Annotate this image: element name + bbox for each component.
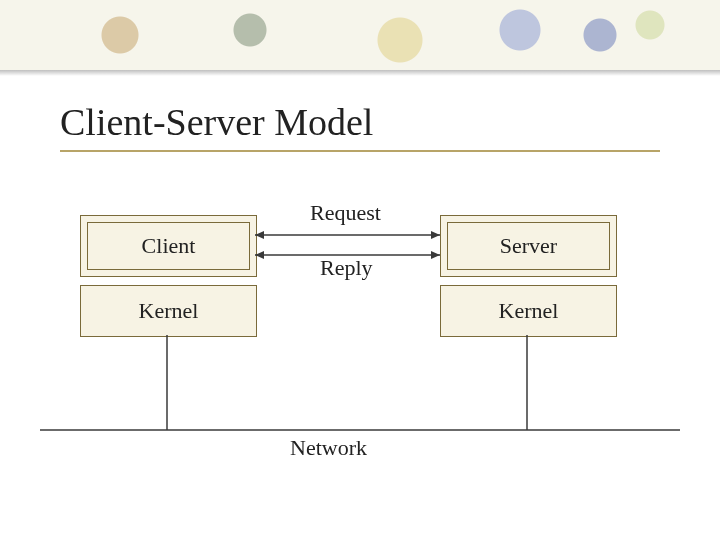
- client-box: Client: [80, 215, 257, 277]
- server-label: Server: [500, 233, 557, 259]
- client-label: Client: [142, 233, 196, 259]
- page-title: Client-Server Model: [60, 100, 373, 144]
- header-shadow: [0, 70, 720, 76]
- left-kernel-label: Kernel: [139, 298, 199, 324]
- reply-label: Reply: [320, 255, 373, 281]
- server-box: Server: [440, 215, 617, 277]
- decorative-header: [0, 0, 720, 70]
- right-kernel-box: Kernel: [440, 285, 617, 337]
- network-label: Network: [290, 435, 367, 461]
- request-label: Request: [310, 200, 381, 226]
- right-kernel-label: Kernel: [499, 298, 559, 324]
- title-underline: [60, 150, 660, 152]
- left-kernel-box: Kernel: [80, 285, 257, 337]
